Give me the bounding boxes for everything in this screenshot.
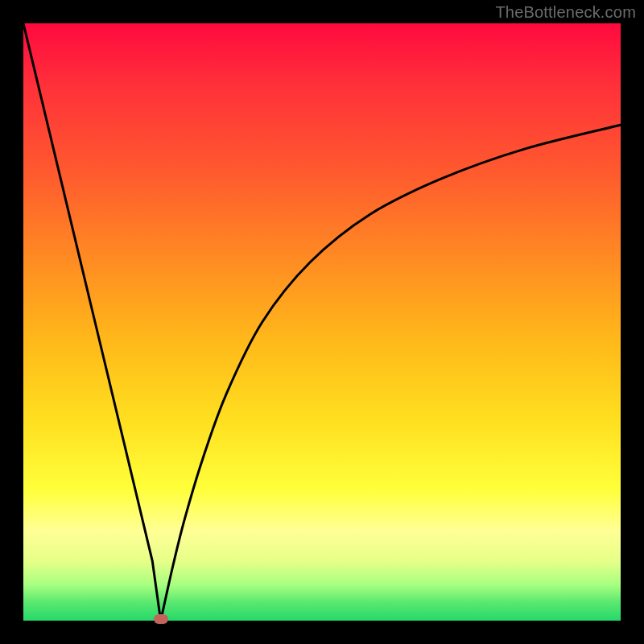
chart-frame: TheBottleneck.com [0, 0, 644, 644]
bottleneck-curve [23, 23, 621, 621]
chart-plot-area [23, 23, 621, 621]
watermark-text: TheBottleneck.com [495, 3, 636, 22]
optimal-point-marker [154, 614, 168, 624]
curve-path [23, 23, 621, 621]
